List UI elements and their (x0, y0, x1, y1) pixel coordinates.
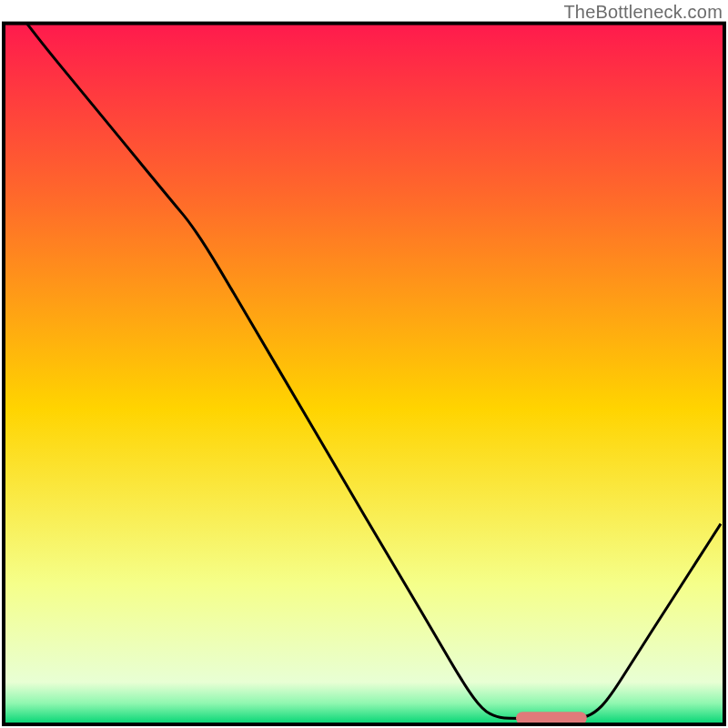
watermark-label: TheBottleneck.com (563, 2, 723, 23)
chart-container: TheBottleneck.com (0, 0, 728, 728)
bottleneck-curve-chart (0, 0, 728, 728)
